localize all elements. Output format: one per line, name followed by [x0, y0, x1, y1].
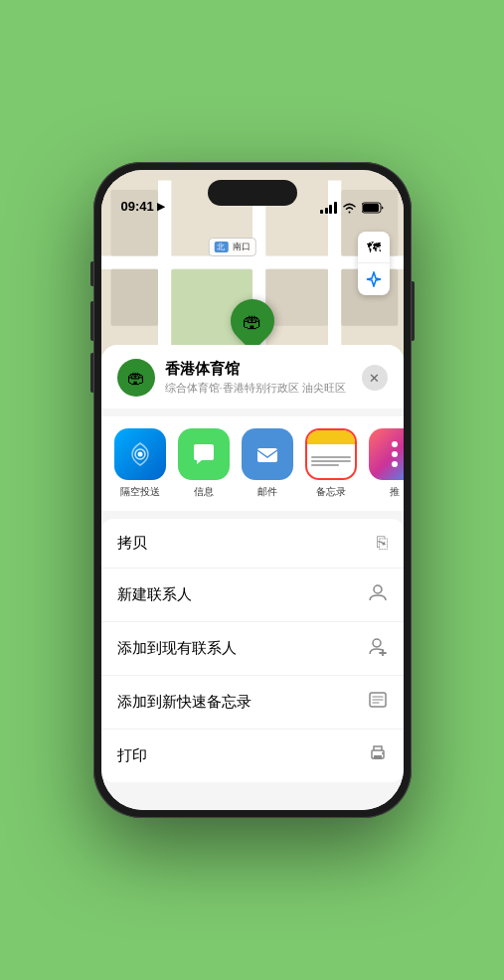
- wifi-icon: [342, 202, 357, 214]
- share-icons-row: 隔空投送 信息: [101, 416, 404, 511]
- action-list: 拷贝 ⎘ 新建联系人 添加到现有联系人: [101, 519, 404, 782]
- battery-icon: [362, 202, 384, 214]
- new-contact-icon: [368, 582, 388, 607]
- share-message[interactable]: 信息: [175, 428, 233, 499]
- action-add-contact-label: 添加到现有联系人: [117, 639, 237, 658]
- action-copy[interactable]: 拷贝 ⎘: [101, 519, 404, 569]
- share-more[interactable]: 推: [366, 428, 404, 499]
- venue-subtitle: 综合体育馆·香港特别行政区 油尖旺区: [165, 381, 352, 396]
- phone-frame: 09:41 ▶: [93, 162, 412, 818]
- mail-icon: [242, 428, 293, 480]
- mute-button: [90, 261, 93, 286]
- svg-point-25: [382, 752, 384, 754]
- location-icon: ▶: [157, 201, 165, 212]
- print-icon: [368, 743, 388, 768]
- share-notes[interactable]: 备忘录: [302, 428, 360, 499]
- action-print-label: 打印: [117, 746, 147, 765]
- status-time: 09:41 ▶: [121, 199, 165, 214]
- svg-rect-1: [363, 204, 379, 212]
- action-quick-note[interactable]: 添加到新快速备忘录: [101, 676, 404, 730]
- quick-note-icon: [368, 690, 388, 715]
- map-entrance-label: 北 南口: [208, 238, 256, 256]
- action-quick-note-label: 添加到新快速备忘录: [117, 693, 252, 712]
- volume-down-button: [90, 353, 93, 393]
- copy-icon: ⎘: [377, 533, 388, 554]
- share-mail[interactable]: 邮件: [239, 428, 296, 499]
- venue-icon: 🏟: [117, 359, 155, 397]
- svg-rect-14: [110, 269, 158, 326]
- share-airdrop[interactable]: 隔空投送: [111, 428, 169, 499]
- notes-label: 备忘录: [316, 485, 346, 499]
- more-icon: [369, 428, 404, 480]
- svg-point-18: [137, 452, 142, 457]
- dynamic-island: [208, 180, 297, 206]
- message-label: 信息: [194, 485, 214, 499]
- action-new-contact[interactable]: 新建联系人: [101, 569, 404, 622]
- status-icons: [320, 202, 384, 214]
- venue-info: 香港体育馆 综合体育馆·香港特别行政区 油尖旺区: [165, 360, 352, 396]
- power-button: [412, 281, 415, 341]
- airdrop-icon: [114, 428, 166, 480]
- airdrop-label: 隔空投送: [120, 485, 160, 499]
- signal-icon: [320, 202, 337, 214]
- svg-rect-24: [374, 755, 382, 759]
- action-copy-label: 拷贝: [117, 534, 147, 553]
- action-print[interactable]: 打印: [101, 730, 404, 782]
- close-button[interactable]: ✕: [362, 365, 388, 391]
- action-add-contact[interactable]: 添加到现有联系人: [101, 622, 404, 676]
- action-new-contact-label: 新建联系人: [117, 585, 192, 604]
- map-controls[interactable]: 🗺: [358, 232, 390, 295]
- map-location-button[interactable]: [358, 263, 390, 295]
- more-label: 推: [390, 485, 400, 499]
- mail-label: 邮件: [257, 485, 277, 499]
- svg-point-20: [374, 585, 382, 593]
- phone-screen: 09:41 ▶: [101, 170, 404, 810]
- venue-name: 香港体育馆: [165, 360, 352, 379]
- svg-rect-19: [257, 448, 277, 462]
- svg-point-21: [373, 639, 381, 647]
- sheet-header: 🏟 香港体育馆 综合体育馆·香港特别行政区 油尖旺区 ✕: [101, 345, 404, 408]
- add-contact-icon: [368, 636, 388, 661]
- volume-up-button: [90, 301, 93, 341]
- message-icon: [178, 428, 230, 480]
- map-layers-button[interactable]: 🗺: [358, 232, 390, 263]
- notes-icon: [305, 428, 357, 480]
- share-sheet: 🏟 香港体育馆 综合体育馆·香港特别行政区 油尖旺区 ✕: [101, 345, 404, 810]
